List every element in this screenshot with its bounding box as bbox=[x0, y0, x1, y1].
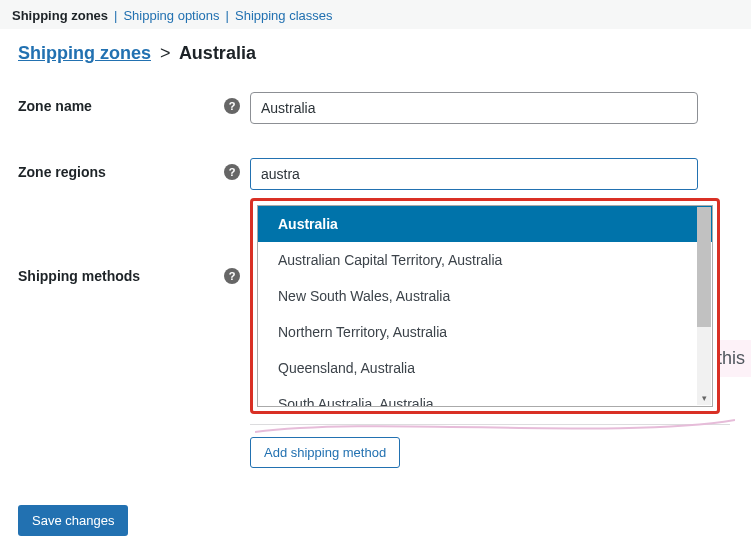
scroll-down-arrow-icon[interactable]: ▾ bbox=[697, 391, 711, 405]
region-dropdown-list: Australia Australian Capital Territory, … bbox=[258, 206, 712, 406]
shipping-tabs: Shipping zones | Shipping options | Ship… bbox=[0, 0, 751, 29]
breadcrumb-current: Australia bbox=[179, 43, 256, 63]
label-zone-regions: Zone regions bbox=[18, 164, 224, 180]
dropdown-option[interactable]: Australian Capital Territory, Australia bbox=[258, 242, 712, 278]
save-changes-button[interactable]: Save changes bbox=[18, 505, 128, 536]
add-shipping-method-button[interactable]: Add shipping method bbox=[250, 437, 400, 468]
help-icon[interactable]: ? bbox=[224, 164, 240, 180]
dropdown-option[interactable]: Australia bbox=[258, 206, 712, 242]
tab-separator: | bbox=[114, 8, 117, 23]
dropdown-option[interactable]: Northern Territory, Australia bbox=[258, 314, 712, 350]
zone-name-input[interactable] bbox=[250, 92, 698, 124]
breadcrumb-root-link[interactable]: Shipping zones bbox=[18, 43, 151, 63]
scrollbar-thumb[interactable] bbox=[697, 207, 711, 327]
help-icon[interactable]: ? bbox=[224, 98, 240, 114]
label-shipping-methods: Shipping methods bbox=[18, 268, 224, 284]
help-icon[interactable]: ? bbox=[224, 268, 240, 284]
region-dropdown: Australia Australian Capital Territory, … bbox=[250, 198, 720, 414]
tab-shipping-options[interactable]: Shipping options bbox=[119, 8, 223, 23]
tab-shipping-zones[interactable]: Shipping zones bbox=[8, 8, 112, 23]
row-zone-regions: Zone regions ? bbox=[18, 158, 733, 190]
label-zone-name: Zone name bbox=[18, 98, 224, 114]
breadcrumb-arrow: > bbox=[160, 43, 171, 63]
tab-separator: | bbox=[226, 8, 229, 23]
dropdown-option[interactable]: New South Wales, Australia bbox=[258, 278, 712, 314]
dropdown-option[interactable]: Queensland, Australia bbox=[258, 350, 712, 386]
row-zone-name: Zone name ? bbox=[18, 92, 733, 124]
dropdown-scrollbar[interactable]: ▾ bbox=[697, 207, 711, 405]
zone-regions-input[interactable] bbox=[250, 158, 698, 190]
dropdown-option[interactable]: South Australia, Australia bbox=[258, 386, 712, 406]
tab-shipping-classes[interactable]: Shipping classes bbox=[231, 8, 337, 23]
breadcrumb: Shipping zones > Australia bbox=[18, 43, 733, 64]
panel-separator bbox=[250, 424, 730, 425]
